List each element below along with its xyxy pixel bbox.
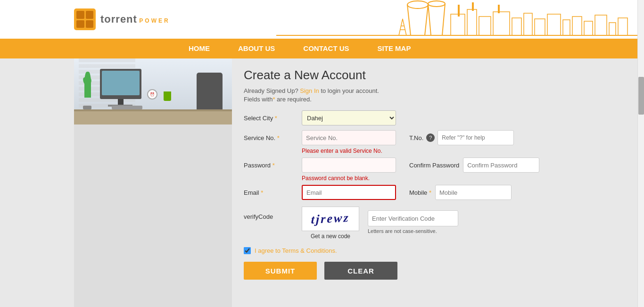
password-input[interactable] (302, 158, 396, 173)
logo-icon (74, 8, 96, 30)
logo-cell (86, 11, 94, 19)
logo-title: torrent (100, 13, 137, 25)
city-select[interactable]: Ahmedabad Dahej Surat Gandhinagar (302, 110, 396, 125)
help-icon[interactable]: ? (426, 133, 435, 142)
password-col: Password * Password cannot be blank. (244, 158, 396, 182)
password-label: Password * (244, 162, 298, 169)
clear-button[interactable]: CLEAR (324, 262, 397, 280)
main-content: ⏰ Create a New Account Already Signed Up… (0, 58, 644, 307)
mobile-label: Mobile * (409, 189, 431, 196)
submit-button[interactable]: SUBMIT (244, 262, 317, 280)
mobile-group: Mobile * (409, 185, 512, 200)
tno-label: T.No. (409, 134, 423, 141)
confirm-col: Confirm Password (409, 158, 539, 173)
confirm-input[interactable] (463, 158, 539, 173)
terms-row: I agree to Terms & Conditions. (244, 247, 630, 254)
service-tno-row: Service No. * Please enter a valid Servi… (244, 130, 630, 155)
service-input[interactable] (302, 130, 396, 145)
tno-col: T.No. ? (409, 130, 514, 145)
terms-link[interactable]: I agree to Terms & Conditions. (255, 247, 337, 254)
password-error: Password cannot be blank. (302, 175, 370, 182)
svg-rect-22 (472, 2, 474, 11)
nav-sitemap[interactable]: SITE MAP (363, 39, 425, 58)
required-note: Fields with* are required. (244, 96, 630, 103)
mobile-input[interactable] (435, 185, 512, 200)
service-error: Please enter a valid Service No. (302, 148, 382, 154)
new-code-link[interactable]: Get a new code (311, 233, 350, 240)
logo-area: torrent POWER (74, 8, 170, 30)
skyline-svg (276, 0, 644, 39)
verify-input[interactable] (368, 210, 458, 226)
verify-row: verifyCode tjrewz Get a new code Letters… (244, 207, 630, 240)
form-container: Create a New Account Already Signed Up? … (232, 58, 644, 307)
header: torrent POWER (0, 0, 644, 39)
skyline-illustration (276, 0, 644, 39)
signin-prompt: Already Signed Up? Sign In to login your… (244, 87, 630, 94)
terms-label: I agree to Terms & Conditions. (255, 247, 337, 254)
captcha-col: tjrewz Get a new code (302, 207, 359, 240)
email-input[interactable] (302, 185, 396, 200)
button-row: SUBMIT CLEAR (244, 262, 630, 280)
case-note: Letters are not case-sensitive. (368, 228, 458, 234)
form-title: Create a New Account (244, 68, 630, 83)
svg-rect-0 (276, 0, 644, 39)
svg-rect-21 (458, 5, 460, 17)
service-label: Service No. * (244, 134, 298, 141)
email-mobile-row: Email * Mobile * (244, 185, 630, 200)
office-illustration: ⏰ (74, 58, 232, 124)
select-city-row: Select City * Ahmedabad Dahej Surat Gand… (244, 110, 630, 125)
svg-rect-23 (498, 5, 500, 13)
nav-bar: HOME ABOUT US CONTACT US SITE MAP (0, 39, 644, 58)
scrollbar-thumb[interactable] (638, 77, 644, 115)
verify-input-col: Letters are not case-sensitive. (368, 207, 458, 234)
nav-contact[interactable]: CONTACT US (289, 39, 363, 58)
scrollbar-track[interactable] (637, 0, 644, 307)
captcha-text: tjrewz (311, 211, 350, 227)
confirm-label: Confirm Password (409, 162, 459, 169)
side-image: ⏰ (74, 58, 232, 307)
service-col: Service No. * Please enter a valid Servi… (244, 130, 396, 155)
select-city-label: Select City * (244, 115, 298, 122)
logo-subtitle: POWER (139, 17, 170, 24)
logo-text: torrent POWER (100, 13, 170, 25)
logo-cell (76, 11, 84, 19)
nav-about[interactable]: ABOUT US (224, 39, 289, 58)
nav-home[interactable]: HOME (174, 39, 224, 58)
verify-label: verifyCode (244, 207, 298, 220)
captcha-box: tjrewz (302, 207, 359, 231)
signin-link[interactable]: Sign In (300, 87, 319, 94)
logo-cell (86, 20, 94, 28)
logo-cell (76, 20, 84, 28)
password-confirm-row: Password * Password cannot be blank. Con… (244, 158, 630, 182)
tno-input[interactable] (438, 130, 514, 145)
terms-checkbox[interactable] (244, 247, 251, 254)
email-label: Email * (244, 189, 298, 196)
